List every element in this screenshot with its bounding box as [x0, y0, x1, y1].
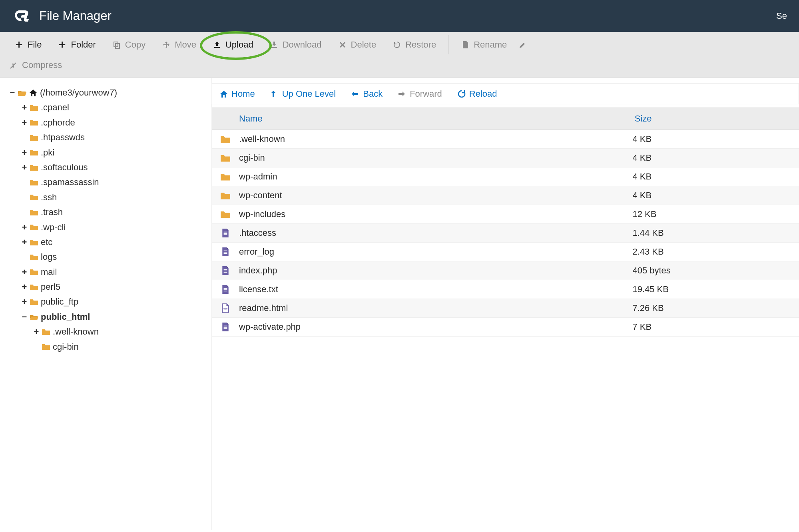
table-row[interactable]: wp-content4 KB [212, 186, 799, 205]
tree-item[interactable]: +.spamassassin [21, 175, 206, 189]
table-row[interactable]: .well-known4 KB [212, 130, 799, 149]
tree-item[interactable]: +.wp-cli [21, 220, 206, 235]
folder-icon [30, 223, 38, 231]
tree-item[interactable]: +.cpanel [21, 100, 206, 115]
column-header-name[interactable]: Name [212, 114, 635, 124]
expand-icon[interactable]: + [21, 265, 28, 279]
table-row[interactable]: readme.html7.26 KB [212, 299, 799, 318]
tree-item[interactable]: +.ssh [21, 190, 206, 205]
folder-icon [30, 193, 38, 201]
restore-button-label: Restore [405, 40, 436, 50]
tree-item[interactable]: +public_ftp [21, 294, 206, 309]
folder-icon [217, 191, 234, 200]
delete-button[interactable]: Delete [331, 36, 384, 54]
tree-item[interactable]: +.trash [21, 205, 206, 219]
expand-icon[interactable]: + [21, 220, 28, 235]
plus-icon [58, 41, 67, 48]
collapse-icon[interactable]: − [21, 309, 28, 324]
folder-icon [30, 283, 38, 291]
table-header: Name Size [212, 108, 799, 130]
column-header-size[interactable]: Size [635, 114, 799, 124]
nav-forward-button[interactable]: Forward [398, 89, 442, 99]
expand-icon[interactable]: + [21, 115, 28, 130]
toggle-blank: + [21, 130, 28, 145]
file-size: 12 KB [632, 209, 794, 219]
table-row[interactable]: error_log2.43 KB [212, 243, 799, 261]
expand-icon[interactable]: + [21, 294, 28, 309]
folder-icon [217, 210, 234, 219]
tree-root-label: (/home3/yourwow7) [40, 85, 117, 100]
collapse-icon[interactable]: − [9, 85, 16, 100]
restore-icon [392, 41, 402, 49]
file-icon [217, 228, 234, 238]
home-icon [219, 90, 228, 98]
table-row[interactable]: cgi-bin4 KB [212, 149, 799, 167]
toggle-blank: + [21, 175, 28, 189]
content-navbar: Home Up One Level Back Forward Reload [212, 84, 799, 104]
move-button[interactable]: Move [154, 36, 203, 54]
folder-icon [30, 298, 38, 305]
file-button[interactable]: File [7, 36, 49, 54]
nav-forward-label: Forward [410, 89, 442, 99]
upload-button[interactable]: Upload [205, 36, 261, 54]
tree-item[interactable]: +.softaculous [21, 160, 206, 175]
file-size: 4 KB [632, 171, 794, 182]
tree-item[interactable]: +.htpasswds [21, 130, 206, 145]
folder-button[interactable]: Folder [50, 36, 103, 54]
upload-button-label: Upload [225, 40, 253, 50]
tree-item[interactable]: +mail [21, 265, 206, 279]
file-name: wp-content [234, 190, 632, 201]
tree-item-label: etc [41, 235, 52, 249]
expand-icon[interactable]: + [21, 100, 28, 115]
upload-icon [212, 41, 222, 49]
file-size: 7.26 KB [632, 303, 794, 313]
table-row[interactable]: index.php405 bytes [212, 261, 799, 280]
file-icon [217, 322, 234, 332]
folder-button-label: Folder [71, 40, 96, 50]
tree-item[interactable]: +perl5 [21, 279, 206, 294]
nav-home-button[interactable]: Home [219, 89, 255, 99]
tree-root[interactable]: − (/home3/yourwow7) [9, 85, 206, 100]
tree-item-public-html[interactable]: − public_html [21, 309, 206, 324]
tree-item[interactable]: +.pki [21, 145, 206, 160]
file-icon [217, 284, 234, 295]
expand-icon[interactable]: + [21, 235, 28, 249]
edit-button[interactable] [516, 37, 533, 53]
file-name: wp-activate.php [234, 322, 632, 332]
tree-item[interactable]: +cgi-bin [33, 339, 206, 354]
table-row[interactable]: wp-includes12 KB [212, 205, 799, 224]
table-row[interactable]: wp-admin4 KB [212, 167, 799, 186]
folder-icon [30, 104, 38, 111]
expand-icon[interactable]: + [21, 145, 28, 160]
table-row[interactable]: .htaccess1.44 KB [212, 224, 799, 243]
folder-icon [30, 119, 38, 126]
restore-button[interactable]: Restore [385, 36, 443, 54]
tree-item[interactable]: +.well-known [33, 324, 206, 339]
copy-button-label: Copy [125, 40, 145, 50]
nav-back-button[interactable]: Back [351, 89, 383, 99]
tree-item-label: .trash [41, 205, 63, 219]
table-row[interactable]: license.txt19.45 KB [212, 280, 799, 299]
compress-button[interactable]: Compress [7, 56, 69, 74]
nav-up-button[interactable]: Up One Level [270, 89, 336, 99]
download-button[interactable]: Download [262, 36, 329, 54]
tree-item-label: .cpanel [41, 100, 69, 115]
tree-item-label: .htpasswds [41, 130, 85, 145]
arrow-up-icon [270, 90, 279, 98]
copy-button[interactable]: Copy [105, 36, 153, 54]
tree-item[interactable]: +etc [21, 235, 206, 249]
expand-icon[interactable]: + [21, 279, 28, 294]
content-pane: Home Up One Level Back Forward Reload Na… [212, 78, 799, 530]
expand-icon[interactable]: + [21, 160, 28, 175]
folder-icon [42, 343, 50, 350]
rename-button[interactable]: Rename [453, 36, 514, 54]
nav-reload-button[interactable]: Reload [457, 89, 497, 99]
main-area: − (/home3/yourwow7) +.cpanel+.cphorde+.h… [0, 78, 799, 530]
tree-item[interactable]: +logs [21, 249, 206, 264]
file-name: .well-known [234, 134, 632, 144]
table-row[interactable]: wp-activate.php7 KB [212, 318, 799, 337]
tree-item[interactable]: +.cphorde [21, 115, 206, 130]
move-button-label: Move [175, 40, 196, 50]
expand-icon[interactable]: + [33, 324, 40, 339]
folder-open-icon [18, 89, 26, 96]
